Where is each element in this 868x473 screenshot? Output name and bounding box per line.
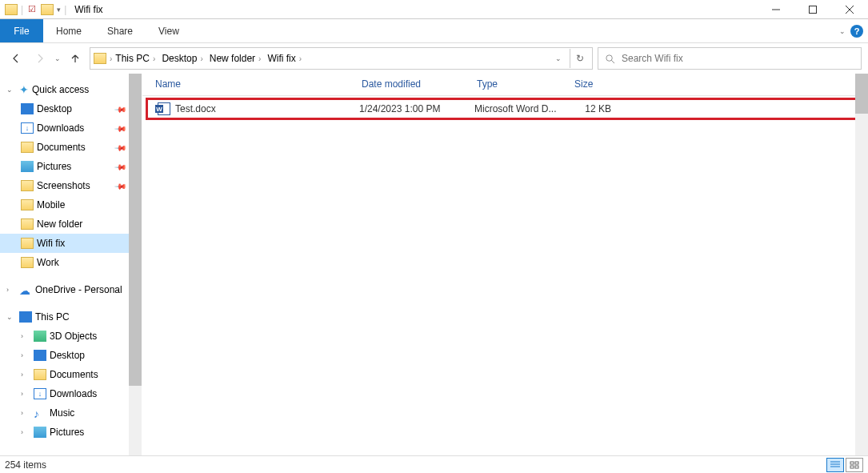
3d-objects-icon xyxy=(34,331,46,342)
svg-rect-1 xyxy=(810,6,817,13)
refresh-button[interactable]: ↻ xyxy=(570,49,589,68)
music-icon: ♪ xyxy=(34,407,46,419)
tree-pc-pictures[interactable]: ›Pictures xyxy=(0,423,142,442)
pictures-icon xyxy=(34,427,46,438)
documents-icon xyxy=(34,369,46,380)
pin-icon: 📌 xyxy=(114,141,127,154)
svg-rect-11 xyxy=(850,466,854,468)
tab-file[interactable]: File xyxy=(0,19,43,42)
tree-pc-music[interactable]: ›♪Music xyxy=(0,403,142,423)
tree-pictures[interactable]: Pictures📌 xyxy=(0,157,142,176)
svg-rect-10 xyxy=(855,462,858,464)
column-date[interactable]: Date modified xyxy=(355,74,470,95)
breadcrumb-item[interactable]: This PC› xyxy=(112,53,158,64)
new-folder-icon[interactable] xyxy=(41,4,54,15)
desktop-icon xyxy=(21,103,34,114)
tree-pc-desktop[interactable]: ›Desktop xyxy=(0,346,142,365)
search-box[interactable] xyxy=(598,47,862,70)
address-bar[interactable]: › This PC› Desktop› New folder› Wifi fix… xyxy=(90,47,593,70)
tree-screenshots[interactable]: Screenshots📌 xyxy=(0,176,142,195)
forward-button[interactable] xyxy=(30,49,50,68)
column-size[interactable]: Size xyxy=(568,74,626,95)
details-view-button[interactable] xyxy=(826,458,844,472)
search-input[interactable] xyxy=(622,53,854,64)
downloads-icon: ↓ xyxy=(34,388,46,399)
item-count: 254 items xyxy=(5,459,46,471)
file-row[interactable]: Test.docx 1/24/2023 1:00 PM Microsoft Wo… xyxy=(148,100,862,118)
scrollbar-thumb[interactable] xyxy=(855,74,868,114)
tab-view[interactable]: View xyxy=(146,19,192,42)
highlighted-file-row: Test.docx 1/24/2023 1:00 PM Microsoft Wo… xyxy=(146,98,865,120)
chevron-right-icon[interactable]: › xyxy=(21,409,30,417)
tree-mobile[interactable]: Mobile xyxy=(0,195,142,214)
tree-quick-access[interactable]: ⌄ ✦ Quick access xyxy=(0,80,142,99)
tree-documents[interactable]: Documents📌 xyxy=(0,138,142,157)
tab-share[interactable]: Share xyxy=(94,19,146,42)
minimize-button[interactable] xyxy=(758,0,794,19)
status-bar: 254 items xyxy=(0,455,868,473)
pin-icon: 📌 xyxy=(114,160,127,173)
up-button[interactable] xyxy=(66,49,85,68)
file-name: Test.docx xyxy=(175,103,216,114)
quick-access-icon: ✦ xyxy=(19,83,29,96)
address-dropdown-icon[interactable]: ⌄ xyxy=(549,49,568,68)
folder-icon xyxy=(21,199,34,210)
folder-icon xyxy=(94,53,106,64)
documents-icon xyxy=(21,142,34,153)
folder-icon xyxy=(5,4,18,15)
pin-icon: 📌 xyxy=(114,122,127,134)
tree-this-pc[interactable]: ⌄This PC xyxy=(0,307,142,327)
content-scrollbar[interactable] xyxy=(855,74,868,455)
help-icon[interactable]: ? xyxy=(850,25,863,38)
tree-onedrive[interactable]: ›☁OneDrive - Personal xyxy=(0,280,142,299)
tree-3d-objects[interactable]: ›3D Objects xyxy=(0,327,142,346)
column-name[interactable]: Name xyxy=(149,74,355,95)
desktop-icon xyxy=(34,350,46,361)
file-list: Name Date modified Type Size Test.docx 1… xyxy=(142,74,868,455)
chevron-down-icon[interactable]: ⌄ xyxy=(6,86,16,94)
file-date: 1/24/2023 1:00 PM xyxy=(353,103,468,114)
column-headers: Name Date modified Type Size xyxy=(142,74,868,96)
chevron-right-icon[interactable]: › xyxy=(21,390,30,398)
tab-home[interactable]: Home xyxy=(43,19,94,42)
search-icon xyxy=(605,54,615,64)
tree-new-folder[interactable]: New folder xyxy=(0,214,142,234)
pictures-icon xyxy=(21,161,34,172)
svg-point-4 xyxy=(606,54,612,60)
folder-icon xyxy=(21,257,34,268)
back-button[interactable] xyxy=(6,49,26,68)
folder-icon xyxy=(21,238,34,249)
window-title: Wifi fix xyxy=(74,4,102,15)
ribbon-expand-icon[interactable]: ⌄ xyxy=(839,27,846,35)
tree-pc-downloads[interactable]: ›↓Downloads xyxy=(0,384,142,403)
scrollbar-thumb[interactable] xyxy=(129,74,142,386)
quick-access-toolbar: | ☑ ▾ | xyxy=(0,4,66,15)
breadcrumb-item[interactable]: Desktop› xyxy=(158,53,206,64)
chevron-right-icon[interactable]: › xyxy=(21,428,30,436)
tree-work[interactable]: Work xyxy=(0,253,142,272)
column-type[interactable]: Type xyxy=(470,74,568,95)
svg-rect-9 xyxy=(850,462,854,464)
qat-dropdown-icon[interactable]: ▾ xyxy=(57,6,61,14)
maximize-button[interactable] xyxy=(794,0,831,19)
word-document-icon xyxy=(158,102,170,115)
title-bar: | ☑ ▾ | Wifi fix xyxy=(0,0,868,19)
close-button[interactable] xyxy=(831,0,868,19)
properties-icon[interactable]: ☑ xyxy=(26,4,38,14)
recent-dropdown-icon[interactable]: ⌄ xyxy=(54,54,61,62)
breadcrumb-item[interactable]: Wifi fix› xyxy=(264,53,305,64)
tree-desktop[interactable]: Desktop📌 xyxy=(0,99,142,118)
tree-pc-documents[interactable]: ›Documents xyxy=(0,365,142,384)
chevron-right-icon[interactable]: › xyxy=(21,332,30,340)
chevron-right-icon[interactable]: › xyxy=(21,351,30,359)
chevron-right-icon[interactable]: › xyxy=(6,286,16,294)
tree-downloads[interactable]: ↓Downloads📌 xyxy=(0,118,142,138)
tree-wifi-fix[interactable]: Wifi fix xyxy=(0,234,142,253)
breadcrumb-item[interactable]: New folder› xyxy=(206,53,265,64)
chevron-down-icon[interactable]: ⌄ xyxy=(6,313,16,321)
chevron-right-icon[interactable]: › xyxy=(21,371,30,379)
file-size: 12 KB xyxy=(566,103,618,114)
navpane-scrollbar[interactable] xyxy=(129,74,142,455)
divider: | xyxy=(64,4,66,15)
large-icons-view-button[interactable] xyxy=(846,458,863,472)
